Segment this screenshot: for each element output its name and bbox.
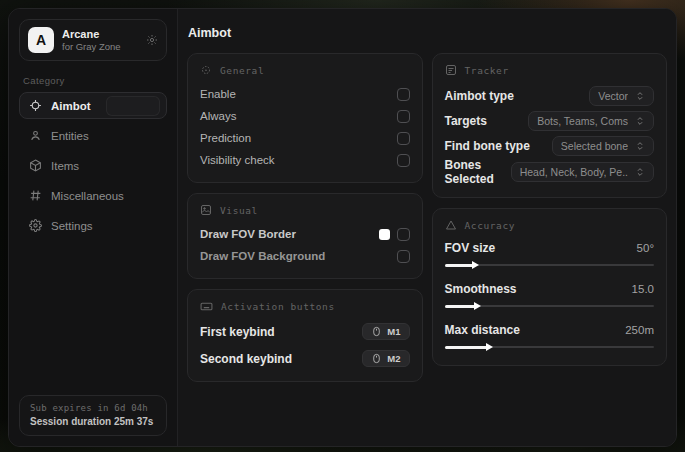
- category-label: Category: [23, 75, 163, 86]
- keybind-value: M2: [387, 353, 400, 364]
- setting-row: Aimbot type Vector: [445, 83, 655, 108]
- dropdown-value: Head, Neck, Body, Pe..: [520, 166, 628, 178]
- triangle-icon: [445, 219, 457, 231]
- sidebar-item-settings[interactable]: Settings: [19, 212, 167, 239]
- tracker-card: Tracker Aimbot type Vector Targets: [432, 53, 668, 198]
- setting-row: Draw FOV Background: [200, 245, 410, 267]
- setting-label: First keybind: [200, 325, 275, 339]
- setting-row: Draw FOV Border: [200, 223, 410, 245]
- main-panel: Aimbot General Enable: [178, 9, 676, 446]
- app-logo: A: [28, 27, 54, 53]
- first-keybind-button[interactable]: M1: [362, 323, 409, 340]
- general-card-header: General: [200, 64, 410, 76]
- find-bone-type-dropdown[interactable]: Selected bone: [552, 136, 654, 156]
- right-column: Tracker Aimbot type Vector Targets: [432, 53, 668, 366]
- app-subtitle: for Gray Zone: [62, 41, 121, 52]
- setting-label: Prediction: [200, 132, 251, 144]
- setting-row: Find bone type Selected bone: [445, 133, 655, 158]
- setting-label: Draw FOV Border: [200, 228, 296, 240]
- keybind-value: M1: [387, 326, 400, 337]
- controls: [379, 228, 410, 241]
- sidebar-item-label: Entities: [51, 130, 89, 142]
- fov-size-slider[interactable]: [445, 260, 655, 270]
- crosshair-icon: [200, 64, 212, 76]
- slider-thumb[interactable]: [486, 343, 493, 351]
- sidebar-item-entities[interactable]: Entities: [19, 122, 167, 149]
- draw-fov-background-checkbox[interactable]: [397, 250, 410, 263]
- tracker-icon: [445, 64, 457, 76]
- slider-header: Smoothness 15.0: [445, 279, 655, 299]
- enable-checkbox[interactable]: [397, 88, 410, 101]
- slider-value: 250m: [625, 324, 654, 336]
- fov-border-color-swatch[interactable]: [379, 229, 390, 240]
- hash-icon: [29, 189, 42, 202]
- dropdown-value: Selected bone: [561, 140, 628, 152]
- gear-icon[interactable]: [146, 34, 158, 46]
- sidebar: A Arcane for Gray Zone Category Aimbot: [9, 9, 178, 446]
- draw-fov-border-checkbox[interactable]: [397, 228, 410, 241]
- setting-label: FOV size: [445, 241, 496, 255]
- activation-buttons-card: Activation buttons First keybind M1 Seco…: [187, 289, 423, 382]
- setting-label: Targets: [445, 114, 487, 128]
- gear-icon: [29, 219, 42, 232]
- mouse-icon: [371, 326, 382, 337]
- slider-value: 50°: [637, 242, 654, 254]
- sidebar-nav: Aimbot Entities Items Miscellaneous: [9, 90, 177, 241]
- cheat-menu-window: A Arcane for Gray Zone Category Aimbot: [8, 8, 677, 447]
- card-title: Accuracy: [465, 220, 516, 231]
- prediction-checkbox[interactable]: [397, 132, 410, 145]
- crosshair-icon: [29, 99, 42, 112]
- accuracy-card-header: Accuracy: [445, 219, 655, 231]
- sidebar-item-label: Items: [51, 160, 79, 172]
- aimbot-type-dropdown[interactable]: Vector: [589, 86, 654, 106]
- slider-thumb[interactable]: [472, 261, 479, 269]
- visibility-check-checkbox[interactable]: [397, 154, 410, 167]
- dropdown-value: Vector: [598, 90, 628, 102]
- card-title: Activation buttons: [221, 301, 335, 312]
- chevron-up-down-icon: [635, 141, 645, 151]
- card-title: Visual: [220, 205, 258, 216]
- slider-fill: [445, 346, 489, 349]
- visual-card: Visual Draw FOV Border Draw FOV Backgrou…: [187, 193, 423, 279]
- general-card: General Enable Always Prediction: [187, 53, 423, 183]
- content-columns: General Enable Always Prediction: [187, 53, 667, 382]
- targets-dropdown[interactable]: Bots, Teams, Coms: [528, 111, 654, 131]
- chevron-up-down-icon: [635, 116, 645, 126]
- max-distance-slider[interactable]: [445, 342, 655, 352]
- card-title: Tracker: [465, 65, 509, 76]
- chevron-up-down-icon: [635, 91, 645, 101]
- max-distance-setting: Max distance 250m: [445, 320, 655, 352]
- slider-fill: [445, 305, 476, 308]
- sidebar-item-label: Miscellaneous: [51, 190, 124, 202]
- ghost-watermark: [106, 96, 160, 116]
- sidebar-item-label: Settings: [51, 220, 93, 232]
- slider-header: FOV size 50°: [445, 238, 655, 258]
- bones-selected-dropdown[interactable]: Head, Neck, Body, Pe..: [511, 162, 654, 182]
- activation-card-header: Activation buttons: [200, 300, 410, 313]
- sidebar-item-items[interactable]: Items: [19, 152, 167, 179]
- page-title: Aimbot: [188, 26, 667, 40]
- image-icon: [200, 204, 212, 216]
- entities-icon: [29, 129, 42, 142]
- cube-icon: [29, 159, 42, 172]
- fov-size-setting: FOV size 50°: [445, 238, 655, 270]
- setting-row: Enable: [200, 83, 410, 105]
- slider-value: 15.0: [632, 283, 654, 295]
- setting-label: Enable: [200, 88, 236, 100]
- setting-label: Always: [200, 110, 236, 122]
- setting-label: Second keybind: [200, 352, 292, 366]
- sidebar-item-aimbot[interactable]: Aimbot: [19, 92, 167, 119]
- app-title: Arcane: [62, 28, 121, 40]
- brand-text: Arcane for Gray Zone: [62, 28, 121, 52]
- sidebar-item-miscellaneous[interactable]: Miscellaneous: [19, 182, 167, 209]
- smoothness-slider[interactable]: [445, 301, 655, 311]
- always-checkbox[interactable]: [397, 110, 410, 123]
- setting-label: Smoothness: [445, 282, 517, 296]
- second-keybind-button[interactable]: M2: [362, 350, 409, 367]
- mouse-icon: [371, 353, 382, 364]
- accuracy-card: Accuracy FOV size 50°: [432, 208, 668, 366]
- session-duration-text: Session duration 25m 37s: [30, 416, 156, 427]
- setting-label: Draw FOV Background: [200, 250, 325, 262]
- slider-thumb[interactable]: [474, 302, 481, 310]
- subscription-status-card: Sub expires in 6d 04h Session duration 2…: [19, 395, 167, 436]
